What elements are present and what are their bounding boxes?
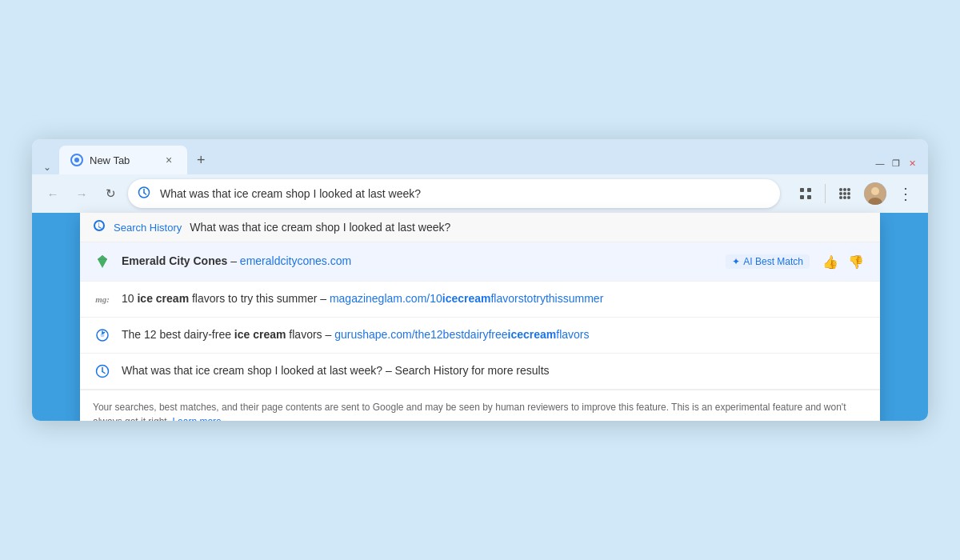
svg-rect-8 <box>807 195 811 199</box>
svg-point-15 <box>839 196 842 199</box>
mg-icon: mg: <box>93 290 112 309</box>
result-history-text: What was that ice cream shop I looked at… <box>122 363 867 379</box>
omnibox-search-history-icon <box>138 186 150 202</box>
result-emerald-name: Emerald City Cones <box>122 254 227 267</box>
guru-text-after: flavors – <box>286 328 334 341</box>
toolbar-separator <box>825 184 826 203</box>
toolbar-right: ⋮ <box>793 181 918 206</box>
mg-link[interactable]: magazineglam.com/10icecreamflavorstotryt… <box>330 292 603 305</box>
omnibox-input[interactable] <box>128 179 780 208</box>
svg-point-13 <box>843 192 846 195</box>
tab-bar-left: ⌄ <box>42 160 53 174</box>
result-emerald-text: Emerald City Cones – emeraldcitycones.co… <box>122 254 716 270</box>
svg-rect-7 <box>800 195 804 199</box>
minimize-button[interactable]: — <box>874 157 886 170</box>
disclaimer: Your searches, best matches, and their p… <box>80 390 880 421</box>
extensions-button[interactable] <box>793 181 818 206</box>
refresh-cycle-icon <box>93 326 112 345</box>
window-controls: — ❐ ✕ <box>874 157 918 174</box>
history-text: What was that ice cream shop I looked at… <box>122 364 382 377</box>
gem-icon <box>93 252 112 271</box>
new-tab-button[interactable]: + <box>190 146 212 174</box>
tab-favicon <box>70 154 83 166</box>
guru-link[interactable]: gurushape.com/the12bestdairyfreeicecream… <box>334 328 589 341</box>
svg-point-1 <box>74 158 79 162</box>
svg-point-19 <box>871 187 879 195</box>
restore-button[interactable]: ❐ <box>890 157 902 170</box>
clock-icon <box>93 362 112 381</box>
svg-point-25 <box>101 334 105 338</box>
svg-point-10 <box>843 188 846 191</box>
mg-text-bold: ice cream <box>137 292 189 305</box>
result-actions: 👍 👎 <box>819 250 867 273</box>
refresh-button[interactable]: ↻ <box>99 182 122 205</box>
result-emerald-link[interactable]: emeraldcitycones.com <box>240 254 351 267</box>
menu-button[interactable]: ⋮ <box>893 181 918 206</box>
svg-line-4 <box>144 193 146 194</box>
tab-close-button[interactable]: × <box>162 153 176 167</box>
browser-window: ⌄ New Tab × + — ❐ ✕ ← → ↻ <box>32 139 928 421</box>
svg-point-17 <box>847 196 850 199</box>
tab-bar: ⌄ New Tab × + — ❐ ✕ <box>32 139 928 174</box>
thumbs-down-button[interactable]: 👎 <box>845 250 867 273</box>
mg-text-before: 10 <box>122 292 137 305</box>
result-gurushape[interactable]: The 12 best dairy-free ice cream flavors… <box>80 318 880 354</box>
active-tab[interactable]: New Tab × <box>59 146 187 174</box>
result-emerald-city[interactable]: Emerald City Cones – emeraldcitycones.co… <box>80 242 880 282</box>
omnibox-container <box>128 179 780 208</box>
svg-point-14 <box>847 192 850 195</box>
ai-star-icon: ✦ <box>732 256 740 267</box>
guru-text-before: The 12 best dairy-free <box>122 328 234 341</box>
search-history-label: Search History <box>114 222 182 234</box>
thumbs-up-button[interactable]: 👍 <box>819 250 842 273</box>
tab-list-arrow[interactable]: ⌄ <box>42 160 53 174</box>
dropdown-search-bar: Search History What was that ice cream s… <box>80 213 880 242</box>
result-guru-text: The 12 best dairy-free ice cream flavors… <box>122 327 867 343</box>
ai-best-match-badge: ✦ AI Best Match <box>726 254 810 269</box>
dropdown-query-text: What was that ice cream shop I looked at… <box>190 221 867 234</box>
result-mg-text: 10 ice cream flavors to try this summer … <box>122 291 867 307</box>
apps-grid-button[interactable] <box>832 181 858 206</box>
browser-content: Search History What was that ice cream s… <box>32 213 928 421</box>
mg-text-after: flavors to try this summer – <box>189 292 330 305</box>
omnibox-dropdown: Search History What was that ice cream s… <box>80 213 880 421</box>
avatar[interactable] <box>864 182 886 205</box>
close-button[interactable]: ✕ <box>906 157 918 170</box>
svg-point-11 <box>847 188 850 191</box>
tab-label: New Tab <box>90 154 155 166</box>
svg-point-16 <box>843 196 846 199</box>
ai-badge-label: AI Best Match <box>743 256 803 267</box>
dropdown-history-icon <box>93 219 106 235</box>
toolbar: ← → ↻ <box>32 174 928 213</box>
svg-line-28 <box>102 372 105 374</box>
svg-point-9 <box>839 188 842 191</box>
back-button[interactable]: ← <box>42 182 64 205</box>
svg-point-12 <box>839 192 842 195</box>
result-magazine-glam[interactable]: mg: 10 ice cream flavors to try this sum… <box>80 282 880 318</box>
result-dash: – <box>230 254 240 267</box>
svg-rect-6 <box>807 188 811 192</box>
forward-button[interactable]: → <box>70 182 93 205</box>
svg-rect-5 <box>800 188 804 192</box>
learn-more-link[interactable]: Learn more <box>172 416 221 421</box>
history-suffix: – Search History for more results <box>382 364 550 377</box>
guru-text-bold: ice cream <box>234 328 286 341</box>
result-search-history-more[interactable]: What was that ice cream shop I looked at… <box>80 354 880 390</box>
avatar-image <box>864 182 886 205</box>
